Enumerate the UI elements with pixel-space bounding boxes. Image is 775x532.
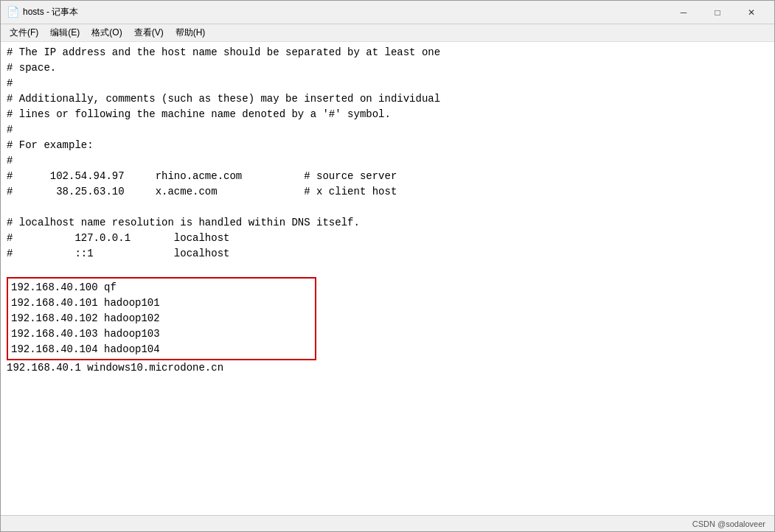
status-bar: CSDN @sodaloveer <box>1 515 774 531</box>
editor-line <box>7 200 768 215</box>
text-editor[interactable]: # The IP address and the host name shoul… <box>1 42 774 515</box>
title-bar-left: 📄 hosts - 记事本 <box>7 6 667 18</box>
editor-line: # For example: <box>7 138 768 153</box>
editor-line: 192.168.40.103 hadoop103 <box>11 326 312 342</box>
menu-bar: 文件(F) 编辑(E) 格式(O) 查看(V) 帮助(H) <box>1 24 774 42</box>
editor-line: 192.168.40.104 hadoop104 <box>11 342 312 357</box>
highlighted-block: 192.168.40.100 qf192.168.40.101 hadoop10… <box>7 277 316 360</box>
editor-line: # ::1 localhost <box>7 246 768 262</box>
status-text: CSDN @sodaloveer <box>692 519 765 528</box>
editor-line: # <box>7 76 768 91</box>
window-title: hosts - 记事本 <box>23 6 78 18</box>
editor-line: 192.168.40.101 hadoop101 <box>11 295 312 311</box>
editor-line: # space. <box>7 60 768 76</box>
editor-line: # The IP address and the host name shoul… <box>7 45 768 60</box>
app-icon: 📄 <box>7 7 18 18</box>
editor-line <box>7 262 768 277</box>
title-bar-buttons: ─ □ ✕ <box>667 1 768 24</box>
title-bar: 📄 hosts - 记事本 ─ □ ✕ <box>1 1 774 24</box>
editor-line: # Additionally, comments (such as these)… <box>7 91 768 107</box>
notepad-window: 📄 hosts - 记事本 ─ □ ✕ 文件(F) 编辑(E) 格式(O) 查看… <box>0 0 775 532</box>
content-area: # The IP address and the host name shoul… <box>1 42 774 515</box>
menu-help[interactable]: 帮助(H) <box>170 25 212 41</box>
maximize-button[interactable]: □ <box>701 1 734 24</box>
editor-line: # localhost name resolution is handled w… <box>7 215 768 231</box>
editor-line: # 38.25.63.10 x.acme.com # x client host <box>7 184 768 200</box>
close-button[interactable]: ✕ <box>734 1 768 24</box>
menu-format[interactable]: 格式(O) <box>86 25 128 41</box>
menu-view[interactable]: 查看(V) <box>128 25 170 41</box>
editor-line: 192.168.40.1 windows10.microdone.cn <box>7 360 768 376</box>
minimize-button[interactable]: ─ <box>667 1 701 24</box>
editor-line: # lines or following the machine name de… <box>7 107 768 122</box>
editor-line: # 127.0.0.1 localhost <box>7 231 768 246</box>
editor-line: # <box>7 122 768 138</box>
editor-line: # 102.54.94.97 rhino.acme.com # source s… <box>7 169 768 184</box>
menu-file[interactable]: 文件(F) <box>4 25 44 41</box>
editor-line: 192.168.40.100 qf <box>11 280 312 295</box>
menu-edit[interactable]: 编辑(E) <box>44 25 86 41</box>
editor-line: # <box>7 153 768 169</box>
editor-line: 192.168.40.102 hadoop102 <box>11 311 312 326</box>
